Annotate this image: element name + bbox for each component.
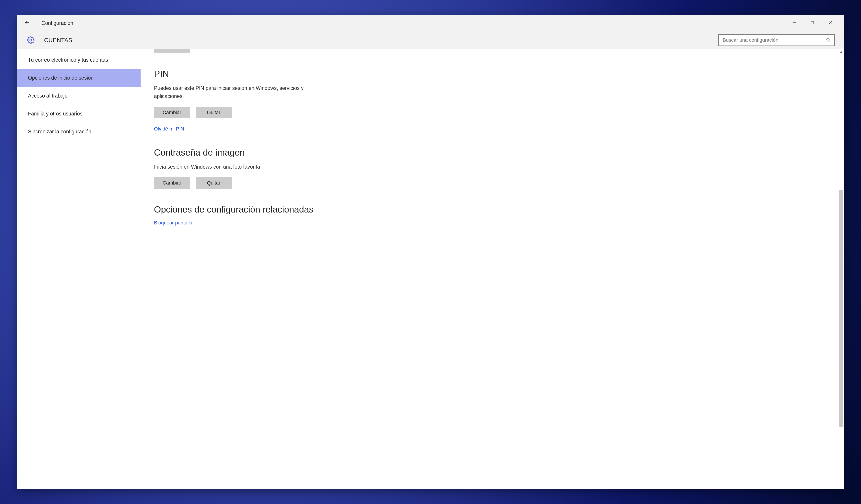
scroll-thumb[interactable] <box>839 190 843 427</box>
sidebar-item-email-accounts[interactable]: Tu correo electrónico y tus cuentas <box>17 51 140 69</box>
pin-change-button[interactable]: Cambiar <box>154 107 190 118</box>
sidebar-item-sync-settings[interactable]: Sincronizar la configuración <box>17 123 140 140</box>
sidebar-item-label: Tu correo electrónico y tus cuentas <box>28 57 108 63</box>
section-picture-password: Contraseña de imagen Inicia sesión en Wi… <box>154 148 830 189</box>
window-title: Configuración <box>41 20 785 26</box>
pin-description: Puedes usar este PIN para iniciar sesión… <box>154 84 325 100</box>
svg-rect-2 <box>811 21 814 24</box>
picture-password-heading: Contraseña de imagen <box>154 148 830 158</box>
close-icon <box>828 21 832 26</box>
related-heading: Opciones de configuración relacionadas <box>154 204 830 215</box>
sidebar: Tu correo electrónico y tus cuentas Opci… <box>17 49 140 489</box>
partial-top-row: Cambiar <box>154 49 830 53</box>
picture-password-button-row: Cambiar Quitar <box>154 177 830 189</box>
settings-body: Tu correo electrónico y tus cuentas Opci… <box>17 49 844 489</box>
settings-gear-icon <box>26 36 35 45</box>
titlebar: Configuración <box>17 15 844 31</box>
search-icon <box>826 38 831 43</box>
svg-point-6 <box>827 38 829 41</box>
sidebar-item-label: Familia y otros usuarios <box>28 111 83 117</box>
forgot-pin-link[interactable]: Olvidé mi PIN <box>154 126 184 132</box>
minimize-button[interactable] <box>785 18 803 28</box>
picture-password-remove-button[interactable]: Quitar <box>196 177 232 189</box>
svg-point-5 <box>30 39 32 41</box>
content-pane: Cambiar PIN Puedes usar este PIN para in… <box>140 49 844 489</box>
scrollbar[interactable] <box>838 49 844 489</box>
sidebar-item-signin-options[interactable]: Opciones de inicio de sesión <box>17 69 140 87</box>
settings-window: Configuración CUENTAS <box>17 15 844 489</box>
sidebar-item-label: Opciones de inicio de sesión <box>28 75 94 81</box>
back-button[interactable] <box>22 18 32 28</box>
picture-password-description: Inicia sesión en Windows con una foto fa… <box>154 163 325 171</box>
sidebar-item-label: Sincronizar la configuración <box>28 129 92 135</box>
section-pin: PIN Puedes usar este PIN para iniciar se… <box>154 69 830 132</box>
close-button[interactable] <box>821 18 839 28</box>
pin-heading: PIN <box>154 69 830 79</box>
svg-marker-8 <box>840 51 843 53</box>
window-controls <box>785 18 839 28</box>
sidebar-item-work-access[interactable]: Acceso al trabajo <box>17 87 140 105</box>
pin-remove-button[interactable]: Quitar <box>196 107 232 118</box>
scroll-up-icon[interactable] <box>839 50 843 54</box>
arrow-left-icon <box>24 20 30 26</box>
search-box[interactable] <box>718 34 835 46</box>
section-title: CUENTAS <box>44 37 718 44</box>
pin-button-row: Cambiar Quitar <box>154 107 830 118</box>
picture-password-change-button[interactable]: Cambiar <box>154 177 190 189</box>
search-input[interactable] <box>723 37 826 43</box>
lock-screen-link[interactable]: Bloquear pantalla <box>154 220 192 226</box>
minimize-icon <box>792 21 796 26</box>
sidebar-item-label: Acceso al trabajo <box>28 93 68 99</box>
svg-line-7 <box>829 41 830 41</box>
header-row: CUENTAS <box>17 31 844 49</box>
sidebar-item-family-users[interactable]: Familia y otros usuarios <box>17 105 140 123</box>
section-related-options: Opciones de configuración relacionadas B… <box>154 204 830 226</box>
password-change-button[interactable]: Cambiar <box>154 49 190 53</box>
maximize-button[interactable] <box>803 18 821 28</box>
maximize-icon <box>810 21 815 26</box>
